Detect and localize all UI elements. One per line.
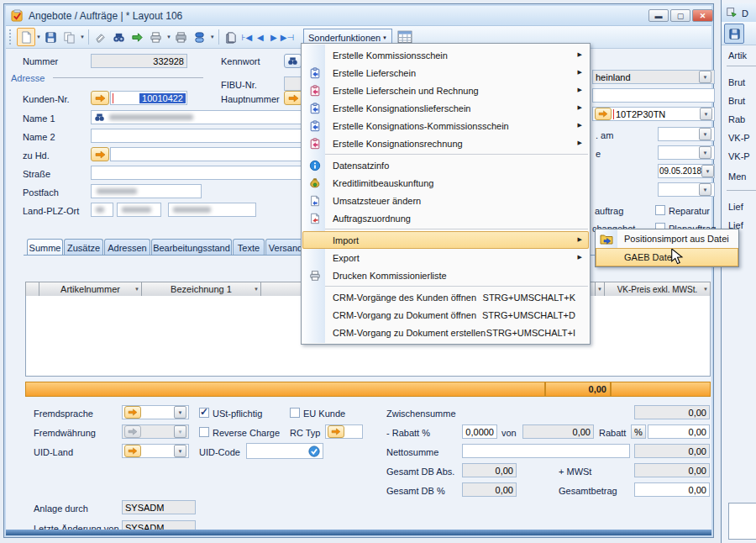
menu-item-lieferschein-rechnung[interactable]: Erstelle Lieferschein und Rechnung▶ [302,82,589,99]
table-row-selector-header[interactable] [25,282,39,297]
rabatt-pct-field[interactable]: 0,0000 [462,424,497,439]
name2-field[interactable] [91,129,304,143]
ust-pflichtig-checkbox[interactable] [199,408,209,418]
empty-field-1[interactable] [592,88,715,103]
percent-button[interactable]: % [631,424,646,439]
menu-item-kreditlimit[interactable]: Kreditlimitbeauskunftung [302,174,589,192]
copy-button[interactable] [60,29,79,45]
menu-item-auftragszuordnung[interactable]: Auftragszuordnung [302,209,589,227]
chevron-down-icon[interactable]: ▼ [699,183,711,196]
new-document-button[interactable] [17,28,35,46]
tab-bearbeitungsstand[interactable]: Bearbeitungsstand [151,239,232,256]
chevron-down-icon[interactable]: ▼ [699,146,711,159]
chevron-down-icon[interactable]: ▼ [699,71,711,83]
link-records-dropdown-icon[interactable]: ▼ [210,34,215,40]
column-sort-icon[interactable]: ▼ [597,287,602,292]
menu-item-kommissionsschein[interactable]: Erstelle Kommissionsschein▶ [302,46,589,64]
nav-next-button[interactable]: ▶ [267,33,281,42]
validate-check-icon[interactable] [308,445,320,457]
reparatur-checkbox[interactable] [655,205,665,215]
tab-adressen[interactable]: Adressen [104,239,150,256]
menu-item-crm-vorgaenge-kunde[interactable]: CRM-Vorgänge des Kunden öffnenSTRG+UMSCH… [302,288,589,306]
column-artikelnummer[interactable]: Artikelnummer▼ [39,282,142,297]
strasse-field[interactable] [91,166,304,180]
am-dropdown[interactable]: ▼ [658,127,715,141]
nummer-field[interactable]: 332928 [91,54,187,68]
menu-item-umsatzsteuer[interactable]: Umsatzsteuer ändern [302,192,589,209]
fremdsprache-combo[interactable]: ▼ [122,405,189,419]
uid-land-combo[interactable]: ▼ [122,444,189,458]
chevron-down-icon[interactable]: ▼ [174,445,186,457]
menu-item-drucken-kommissionierliste[interactable]: Drucken Kommissionierliste [302,266,589,284]
import-export-button[interactable] [129,29,147,45]
nettosumme-input[interactable] [462,444,630,458]
copy-dropdown-icon[interactable]: ▼ [80,34,85,40]
menu-item-konsignationsrechnung[interactable]: Erstelle Konsignationsrechnung▶ [302,134,589,152]
new-document-dropdown-icon[interactable]: ▼ [36,34,41,40]
tab-versand[interactable]: Versand [265,239,306,256]
eraser-button[interactable] [92,29,110,45]
lookup-icon[interactable] [124,406,141,419]
nav-last-button[interactable]: ▶⊣ [281,33,294,42]
chevron-down-icon[interactable]: ▼ [699,128,711,140]
copier-button[interactable] [172,29,191,45]
kennwort-search-button[interactable] [284,54,302,68]
empty-dropdown-2[interactable]: ▼ [658,182,715,197]
search-binoculars-button[interactable] [110,29,129,45]
reverse-charge-checkbox[interactable] [199,427,209,437]
minimize-button[interactable]: ▬ [648,9,669,22]
chevron-down-icon[interactable]: ▼ [701,165,714,177]
print-dropdown-icon[interactable]: ▼ [166,34,171,40]
side-window-titlebar[interactable]: D [722,3,756,23]
menu-item-export[interactable]: Export▶ [302,249,589,266]
date-dropdown[interactable]: 09.05.2018▼ [658,164,715,178]
column-sort-icon[interactable]: ▼ [134,287,139,292]
zu-hd-field[interactable] [110,147,304,161]
print-button[interactable] [147,29,165,45]
duplicate-document-button[interactable] [222,29,240,45]
gesamtbetrag-field[interactable]: 0,00 [634,482,710,497]
submenu-item-gaeb-datei[interactable]: GAEB Datei [596,248,738,266]
name1-search-icon[interactable] [94,112,105,123]
tab-summe[interactable]: Summe [27,239,63,256]
region-dropdown[interactable]: heinland▼ [592,70,715,84]
toolbar-grip[interactable] [9,29,14,45]
close-button[interactable]: ✕ [692,9,713,22]
maximize-button[interactable]: ▢ [670,9,690,22]
menu-item-import[interactable]: Import▶ [302,231,589,249]
tab-texte[interactable]: Texte [233,239,265,256]
rc-typ-combo[interactable] [325,424,363,439]
chevron-down-icon[interactable]: ▼ [174,406,186,419]
menu-item-datensatzinfo[interactable]: Datensatzinfo [302,156,589,174]
title-bar[interactable]: Angebote / Aufträge | * Layout 106 [6,6,711,26]
lookup-icon[interactable] [328,425,344,438]
tab-zusaetze[interactable]: Zusätze [64,239,103,256]
rabatt-value-field[interactable]: 0,00 [648,424,710,439]
column-sort-icon[interactable]: ▼ [254,287,259,292]
save-button[interactable] [42,29,60,45]
side-save-button[interactable] [724,24,744,44]
link-records-button[interactable] [191,29,209,45]
menu-item-konsignations-kommissionsschein[interactable]: Erstelle Konsignations-Kommissionsschein… [302,117,589,134]
column-vk-preis[interactable]: VK-Preis exkl. MWSt.▼ [604,282,711,297]
menu-item-lieferschein[interactable]: Erstelle Lieferschein▶ [302,64,589,82]
eu-kunde-checkbox[interactable] [290,408,300,418]
code-lookup-icon[interactable] [595,108,612,120]
kunden-nr-lookup-button[interactable] [91,91,109,105]
nav-first-button[interactable]: ⊦◀ [240,33,254,42]
nav-previous-button[interactable]: ◀ [254,33,267,42]
menu-item-konsignationslieferschein[interactable]: Erstelle Konsignationslieferschein▶ [302,99,589,117]
column-bezeichnung1[interactable]: Bezeichnung 1▼ [141,282,261,297]
hauptnummer-lookup-button[interactable] [284,91,302,105]
uid-code-field[interactable] [246,443,323,459]
menu-item-crm-vorgang-oeffnen[interactable]: CRM-Vorgang zu Dokument öffnenSTRG+UMSCH… [302,306,589,324]
chevron-down-icon[interactable]: ▼ [700,108,712,120]
menu-item-crm-vorgang-erstellen[interactable]: CRM-Vorgang zu Dokument erstellenSTRG+UM… [302,324,589,341]
column-sort-icon[interactable]: ▼ [703,287,708,292]
submenu-item-positionsimport[interactable]: Positionsimport aus Datei [596,229,738,248]
kunden-nr-field[interactable]: 10010422 [110,91,187,105]
e-dropdown[interactable]: ▼ [658,145,715,160]
lookup-icon[interactable] [124,445,141,457]
code-dropdown[interactable]: 10T2P30TN ▼ [592,107,715,121]
zu-hd-lookup-button[interactable] [91,147,109,161]
